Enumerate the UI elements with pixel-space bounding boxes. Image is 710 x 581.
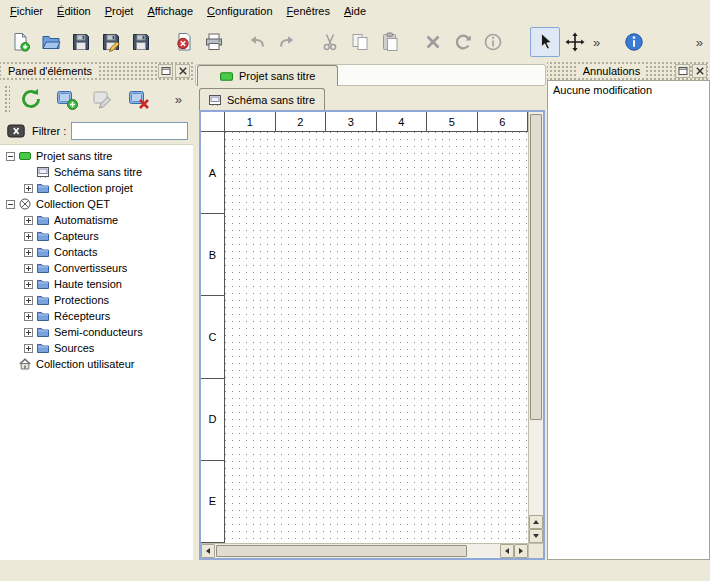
menu-aide[interactable]: Aide — [337, 2, 373, 20]
tab-projet-sans-titre[interactable]: Projet sans titre — [197, 65, 338, 86]
folder-icon — [37, 310, 49, 322]
save-all-button[interactable] — [126, 27, 156, 57]
tree-item-convertisseurs[interactable]: Convertisseurs — [0, 260, 193, 276]
tree-item-contacts[interactable]: Contacts — [0, 244, 193, 260]
schema-canvas[interactable] — [225, 132, 528, 543]
expander-expand-icon[interactable] — [24, 216, 33, 225]
about-qet-button[interactable] — [619, 27, 649, 57]
folder-icon — [37, 182, 49, 194]
delete-element-button[interactable] — [124, 84, 154, 114]
scroll-right-button[interactable] — [514, 544, 528, 558]
toolbar-overflow-chevron[interactable]: » — [590, 35, 603, 50]
toolbar-grip-handle[interactable] — [4, 85, 10, 113]
expander-collapse-icon[interactable] — [6, 200, 15, 209]
delete-button[interactable] — [418, 27, 448, 57]
tree-item-schema[interactable]: Schéma sans titre — [0, 164, 193, 180]
tree-item-capteurs[interactable]: Capteurs — [0, 228, 193, 244]
tree-item-automatisme[interactable]: Automatisme — [0, 212, 193, 228]
undo-history-list[interactable]: Aucune modification — [547, 80, 710, 560]
ruler-row-cell: D — [201, 379, 224, 461]
toolbar-right-overflow-chevron[interactable]: » — [693, 35, 706, 50]
project-tab-label: Projet sans titre — [239, 70, 315, 82]
expander-expand-icon[interactable] — [24, 312, 33, 321]
menu-edition[interactable]: Édition — [50, 2, 98, 20]
folder-icon — [37, 294, 49, 306]
scroll-mode-button[interactable] — [560, 27, 590, 57]
clear-filter-button[interactable] — [5, 121, 27, 141]
expander-expand-icon[interactable] — [24, 232, 33, 241]
vertical-scrollbar[interactable] — [528, 112, 543, 543]
undo-panel-titlebar[interactable]: Annulations — [547, 62, 710, 80]
scroll-left-button-2[interactable] — [500, 544, 514, 558]
toolbar-separator — [229, 27, 242, 57]
ruler-row-cell: C — [201, 296, 224, 378]
new-element-button[interactable] — [52, 84, 82, 114]
triangle-left-icon — [505, 548, 509, 554]
tree-item-protections[interactable]: Protections — [0, 292, 193, 308]
cut-button[interactable] — [315, 27, 345, 57]
cursor-arrow-icon — [535, 32, 555, 52]
undo-button[interactable] — [242, 27, 272, 57]
expander-expand-icon[interactable] — [24, 296, 33, 305]
dock-float-button[interactable] — [158, 64, 173, 78]
expander-expand-icon[interactable] — [24, 248, 33, 257]
print-button[interactable] — [199, 27, 229, 57]
tree-item-label: Automatisme — [53, 214, 118, 226]
rotate-button[interactable] — [448, 27, 478, 57]
menu-projet[interactable]: Projet — [98, 2, 141, 20]
delete-x-icon — [423, 32, 443, 52]
copy-button[interactable] — [345, 27, 375, 57]
tree-item-sources[interactable]: Sources — [0, 340, 193, 356]
scroll-up-button[interactable] — [529, 515, 543, 529]
triangle-down-icon — [533, 534, 539, 538]
menu-configuration[interactable]: Configuration — [200, 2, 279, 20]
expander-expand-icon[interactable] — [24, 344, 33, 353]
open-project-button[interactable] — [36, 27, 66, 57]
reload-collections-button[interactable] — [16, 84, 46, 114]
expander-collapse-icon[interactable] — [6, 152, 15, 161]
save-as-button[interactable] — [96, 27, 126, 57]
expander-expand-icon[interactable] — [24, 280, 33, 289]
tree-item-label: Protections — [53, 294, 109, 306]
dock-float-button[interactable] — [675, 64, 690, 78]
dock-close-button[interactable] — [692, 64, 707, 78]
new-document-button[interactable] — [6, 27, 36, 57]
redo-button[interactable] — [272, 27, 302, 57]
tree-item-collection-projet[interactable]: Collection projet — [0, 180, 193, 196]
menu-fichier[interactable]: Fichier — [3, 2, 50, 20]
expander-expand-icon[interactable] — [24, 264, 33, 273]
schema-tab-bar: Schéma sans titre — [193, 88, 547, 110]
expander-expand-icon[interactable] — [24, 184, 33, 193]
dock-close-button[interactable] — [175, 64, 190, 78]
folder-icon — [37, 278, 49, 290]
horizontal-scroll-thumb[interactable] — [216, 545, 467, 557]
select-mode-button[interactable] — [530, 27, 560, 57]
scroll-down-button[interactable] — [529, 529, 543, 543]
filter-input[interactable] — [71, 122, 188, 140]
tree-item-project[interactable]: Projet sans titre — [0, 148, 193, 164]
tree-item-recepteurs[interactable]: Récepteurs — [0, 308, 193, 324]
horizontal-scrollbar[interactable] — [201, 543, 528, 558]
vertical-scroll-thumb[interactable] — [530, 114, 542, 420]
paste-button[interactable] — [375, 27, 405, 57]
panel-toolbar-overflow-chevron[interactable]: » — [172, 92, 185, 107]
tree-item-semi-conducteurs[interactable]: Semi-conducteurs — [0, 324, 193, 340]
menu-fenetres[interactable]: Fenêtres — [280, 2, 337, 20]
edit-element-button[interactable] — [88, 84, 118, 114]
tree-item-collection-qet[interactable]: Collection QET — [0, 196, 193, 212]
tree-item-collection-utilisateur[interactable]: Collection utilisateur — [0, 356, 193, 372]
vertical-scroll-track[interactable] — [529, 112, 543, 515]
schema-view: 1 2 3 4 5 6 A B C D E — [199, 110, 545, 560]
scroll-left-button[interactable] — [201, 544, 215, 558]
elements-panel-titlebar[interactable]: Panel d'éléments — [0, 62, 193, 80]
close-file-button[interactable] — [169, 27, 199, 57]
tree-item-haute-tension[interactable]: Haute tension — [0, 276, 193, 292]
information-button[interactable] — [478, 27, 508, 57]
horizontal-scroll-track[interactable] — [215, 544, 500, 558]
schema-tab-label: Schéma sans titre — [227, 94, 315, 106]
expander-expand-icon[interactable] — [24, 328, 33, 337]
close-file-icon — [174, 32, 194, 52]
save-button[interactable] — [66, 27, 96, 57]
tab-schema-sans-titre[interactable]: Schéma sans titre — [199, 88, 325, 110]
menu-affichage[interactable]: Affichage — [140, 2, 200, 20]
